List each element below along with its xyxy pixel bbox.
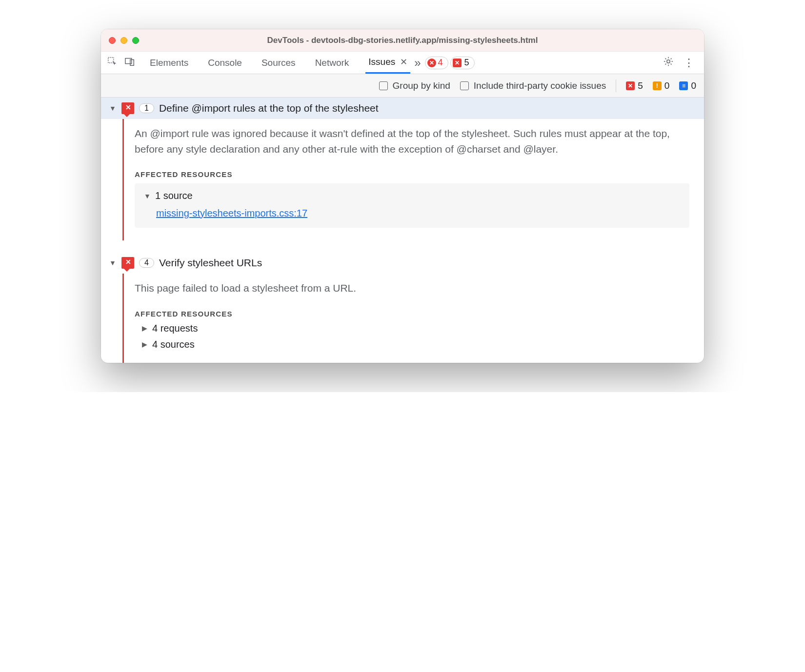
include-third-party-checkbox[interactable]: Include third-party cookie issues	[460, 80, 606, 91]
tab-strip: Elements Console Sources Network Issues …	[101, 52, 704, 74]
tab-sources[interactable]: Sources	[259, 52, 299, 74]
count-value: 5	[638, 80, 643, 91]
expand-toggle-icon[interactable]: ▼	[109, 259, 117, 267]
expand-toggle-icon[interactable]: ▼	[109, 104, 117, 112]
summary-text: 4 requests	[152, 323, 198, 334]
title-bar: DevTools - devtools-dbg-stories.netlify.…	[101, 29, 704, 52]
window-title: DevTools - devtools-dbg-stories.netlify.…	[101, 36, 704, 45]
svg-rect-2	[130, 59, 134, 65]
info-count[interactable]: ≡ 0	[679, 80, 696, 91]
error-flag-icon: ✕	[121, 102, 134, 114]
tab-label: Elements	[150, 58, 188, 68]
issue-description: An @import rule was ignored because it w…	[135, 126, 689, 157]
svg-point-3	[667, 59, 670, 62]
minimize-window-button[interactable]	[121, 37, 127, 44]
error-square-icon: ✕	[626, 81, 635, 90]
affected-resources-label: AFFECTED RESOURCES	[135, 170, 689, 178]
error-count[interactable]: ✕ 5	[626, 80, 643, 91]
count-value: 0	[664, 80, 670, 91]
group-by-kind-checkbox[interactable]: Group by kind	[379, 80, 450, 91]
issues-count-badge[interactable]: ✕ 5	[450, 57, 475, 69]
close-window-button[interactable]	[109, 37, 116, 44]
affected-source-summary[interactable]: ▼ 1 source	[143, 190, 681, 201]
expand-toggle-icon[interactable]: ▶	[141, 324, 148, 332]
affected-sources-summary[interactable]: ▶ 4 sources	[135, 339, 689, 350]
tab-label: Network	[315, 58, 349, 68]
summary-text: 4 sources	[152, 339, 195, 350]
warning-square-icon: !	[653, 81, 662, 90]
error-circle-icon: ✕	[427, 59, 436, 67]
issues-filter-bar: Group by kind Include third-party cookie…	[101, 74, 704, 98]
kebab-menu-icon[interactable]: ⋮	[680, 57, 698, 69]
warning-count[interactable]: ! 0	[653, 80, 670, 91]
expand-toggle-icon[interactable]: ▼	[143, 192, 151, 200]
console-error-count[interactable]: ✕ 4	[425, 57, 448, 69]
tab-label: Sources	[262, 58, 296, 68]
settings-gear-icon[interactable]	[659, 56, 678, 70]
issue-occurrence-count: 4	[139, 258, 154, 268]
affected-resources-box: ▼ 1 source missing-stylesheets-imports.c…	[135, 183, 689, 228]
affected-source-link[interactable]: missing-stylesheets-imports.css:17	[156, 207, 681, 219]
close-tab-icon[interactable]: ✕	[400, 57, 407, 67]
source-link[interactable]: missing-stylesheets-imports.css:17	[156, 208, 307, 218]
count-value: 0	[691, 80, 696, 91]
devtools-window: DevTools - devtools-dbg-stories.netlify.…	[101, 29, 704, 363]
issue-title: Define @import rules at the top of the s…	[159, 102, 379, 114]
inspect-element-icon[interactable]	[107, 56, 118, 69]
divider	[616, 79, 616, 92]
issue-description: This page failed to load a stylesheet fr…	[135, 280, 689, 296]
issue-header[interactable]: ▼ ✕ 4 Verify stylesheet URLs	[101, 252, 704, 274]
summary-text: 1 source	[155, 190, 193, 201]
tab-label: Console	[208, 58, 242, 68]
maximize-window-button[interactable]	[132, 37, 139, 44]
more-tabs-icon[interactable]: »	[412, 56, 423, 70]
issue-occurrence-count: 1	[139, 103, 154, 113]
tab-console[interactable]: Console	[205, 52, 245, 74]
checkbox-box	[379, 81, 388, 90]
window-controls	[109, 37, 139, 44]
error-count-value: 4	[438, 58, 443, 68]
affected-requests-summary[interactable]: ▶ 4 requests	[135, 323, 689, 334]
info-square-icon: ≡	[679, 81, 688, 90]
error-flag-icon: ✕	[121, 257, 134, 269]
issue-square-icon: ✕	[453, 59, 462, 67]
svg-rect-1	[125, 59, 132, 64]
issue-title: Verify stylesheet URLs	[159, 257, 262, 269]
checkbox-label: Include third-party cookie issues	[474, 80, 606, 91]
affected-resources-label: AFFECTED RESOURCES	[135, 310, 689, 318]
expand-toggle-icon[interactable]: ▶	[141, 340, 148, 348]
issue-body: This page failed to load a stylesheet fr…	[122, 274, 704, 363]
issue-header[interactable]: ▼ ✕ 1 Define @import rules at the top of…	[101, 98, 704, 119]
tab-elements[interactable]: Elements	[147, 52, 191, 74]
tab-issues[interactable]: Issues ✕	[365, 52, 410, 74]
issue-count-value: 5	[464, 58, 469, 68]
checkbox-label: Group by kind	[393, 80, 450, 91]
issue-body: An @import rule was ignored because it w…	[122, 119, 704, 240]
tab-label: Issues	[368, 57, 395, 67]
svg-rect-0	[108, 58, 114, 63]
toggle-device-toolbar-icon[interactable]	[124, 56, 135, 69]
checkbox-box	[460, 81, 469, 90]
tab-network[interactable]: Network	[312, 52, 352, 74]
